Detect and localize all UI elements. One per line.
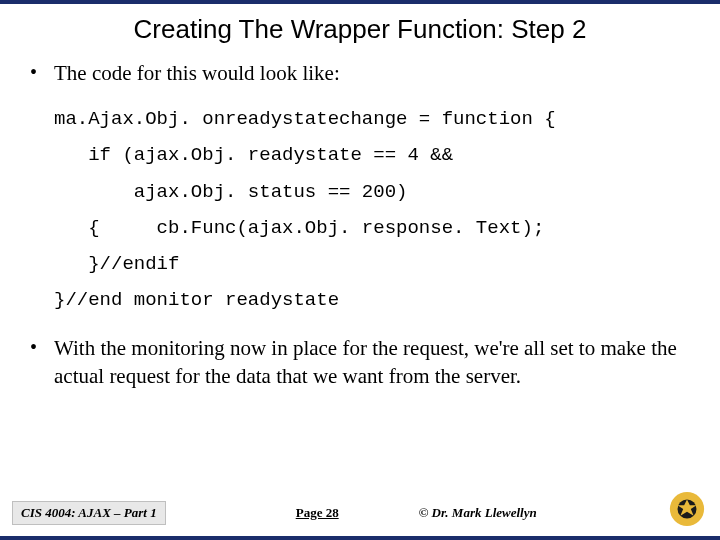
slide-footer: CIS 4004: AJAX – Part 1 Page 28 © Dr. Ma… <box>0 496 720 530</box>
slide: Creating The Wrapper Function: Step 2 Th… <box>0 0 720 540</box>
ucf-logo-icon <box>668 490 706 528</box>
bullet-item: The code for this would look like: <box>26 59 694 87</box>
code-line: { cb.Func(ajax.Obj. response. Text); <box>54 217 544 239</box>
bullet-item: With the monitoring now in place for the… <box>26 334 694 391</box>
bullet-list: With the monitoring now in place for the… <box>26 334 694 391</box>
code-line: ajax.Obj. status == 200) <box>54 181 407 203</box>
course-label: CIS 4004: AJAX – Part 1 <box>12 501 166 525</box>
code-line: }//endif <box>54 253 179 275</box>
code-line: if (ajax.Obj. readystate == 4 && <box>54 144 453 166</box>
code-line: }//end monitor readystate <box>54 289 339 311</box>
copyright: © Dr. Mark Llewellyn <box>419 505 537 521</box>
page-number: Page 28 <box>296 505 339 521</box>
code-line: ma.Ajax.Obj. onreadystatechange = functi… <box>54 108 556 130</box>
slide-title: Creating The Wrapper Function: Step 2 <box>0 4 720 51</box>
bullet-list: The code for this would look like: <box>26 59 694 87</box>
code-block: ma.Ajax.Obj. onreadystatechange = functi… <box>26 101 694 318</box>
slide-body: The code for this would look like: ma.Aj… <box>0 59 720 391</box>
